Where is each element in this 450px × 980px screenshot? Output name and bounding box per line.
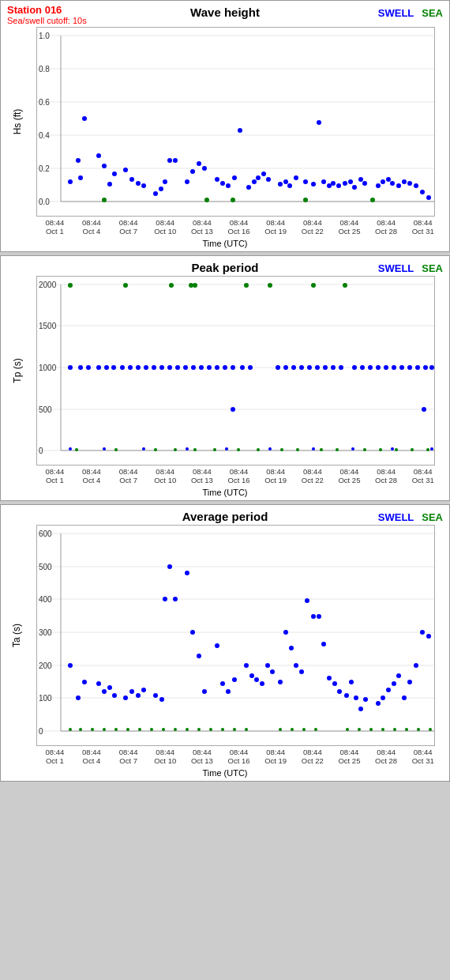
svg-point-164 bbox=[363, 448, 366, 451]
x-tick-9: 08:44Oct 28 bbox=[368, 218, 405, 236]
svg-point-89 bbox=[123, 283, 128, 288]
svg-point-160 bbox=[280, 448, 283, 451]
svg-point-227 bbox=[344, 693, 349, 698]
wave-height-svg: 1.0 0.8 0.6 0.4 0.2 0.0 bbox=[36, 27, 435, 217]
svg-point-52 bbox=[352, 185, 357, 190]
svg-point-252 bbox=[186, 728, 189, 731]
svg-point-111 bbox=[183, 365, 188, 370]
svg-point-203 bbox=[197, 654, 201, 658]
ap-x-tick-3: 08:44Oct 10 bbox=[147, 748, 184, 765]
avg-period-legend: SWELL SEA bbox=[378, 508, 443, 523]
svg-point-163 bbox=[336, 448, 339, 451]
svg-point-223 bbox=[321, 642, 326, 646]
svg-point-267 bbox=[405, 728, 408, 731]
svg-point-167 bbox=[411, 448, 414, 451]
legend-sea-2: SEA bbox=[422, 262, 443, 274]
svg-point-247 bbox=[126, 728, 129, 731]
svg-point-116 bbox=[223, 365, 227, 370]
x-tick-2: 08:44Oct 7 bbox=[110, 218, 147, 236]
svg-point-218 bbox=[294, 663, 298, 668]
svg-point-269 bbox=[429, 728, 432, 731]
x-tick-10: 08:44Oct 31 bbox=[404, 218, 441, 236]
svg-point-226 bbox=[337, 689, 342, 694]
svg-point-70 bbox=[336, 183, 341, 188]
x-tick-4: 08:44Oct 13 bbox=[184, 218, 221, 236]
svg-point-133 bbox=[384, 365, 388, 370]
svg-point-193 bbox=[129, 689, 134, 694]
svg-point-256 bbox=[233, 728, 236, 731]
svg-point-73 bbox=[231, 198, 235, 202]
svg-text:0.6: 0.6 bbox=[39, 98, 50, 107]
svg-point-253 bbox=[197, 728, 201, 731]
svg-point-140 bbox=[231, 407, 235, 412]
wave-height-legend: SWELL SEA bbox=[378, 4, 443, 19]
svg-point-156 bbox=[193, 448, 197, 451]
svg-point-147 bbox=[268, 447, 272, 450]
svg-point-69 bbox=[331, 181, 336, 186]
svg-point-195 bbox=[141, 688, 146, 692]
svg-point-31 bbox=[197, 161, 201, 166]
svg-point-95 bbox=[311, 283, 316, 288]
svg-point-22 bbox=[129, 177, 134, 182]
svg-point-41 bbox=[266, 177, 271, 182]
svg-point-206 bbox=[220, 681, 225, 686]
svg-point-109 bbox=[167, 365, 172, 370]
svg-point-129 bbox=[352, 365, 357, 370]
peak-period-svg: 2000 1500 1000 500 0 bbox=[36, 276, 435, 466]
legend-swell-2: SWELL bbox=[378, 262, 414, 274]
svg-point-254 bbox=[209, 728, 212, 731]
ap-x-tick-7: 08:44Oct 22 bbox=[294, 748, 331, 765]
svg-point-66 bbox=[173, 158, 178, 163]
svg-point-104 bbox=[128, 365, 133, 370]
station-info: Station 016 Sea/swell cutoff: 10s bbox=[7, 4, 87, 25]
svg-point-146 bbox=[225, 447, 228, 450]
legend-swell-1: SWELL bbox=[378, 7, 414, 19]
svg-point-150 bbox=[391, 447, 394, 450]
svg-point-50 bbox=[343, 181, 347, 186]
svg-point-238 bbox=[407, 680, 412, 684]
svg-text:1.0: 1.0 bbox=[39, 32, 50, 40]
svg-point-49 bbox=[327, 183, 332, 188]
svg-point-44 bbox=[287, 183, 292, 188]
svg-point-211 bbox=[254, 677, 259, 682]
pp-x-tick-9: 08:44Oct 28 bbox=[368, 467, 405, 484]
svg-point-194 bbox=[136, 693, 141, 698]
svg-point-39 bbox=[256, 175, 261, 180]
svg-point-185 bbox=[68, 663, 73, 668]
svg-text:0: 0 bbox=[39, 447, 43, 455]
svg-point-243 bbox=[79, 728, 82, 731]
svg-point-241 bbox=[426, 634, 431, 639]
svg-point-166 bbox=[395, 448, 398, 451]
svg-point-141 bbox=[422, 407, 426, 412]
x-tick-7: 08:44Oct 22 bbox=[294, 218, 331, 236]
svg-point-204 bbox=[202, 689, 207, 694]
svg-point-153 bbox=[114, 448, 118, 451]
svg-point-255 bbox=[221, 728, 224, 731]
svg-point-56 bbox=[381, 179, 385, 184]
svg-point-162 bbox=[320, 448, 323, 451]
avg-period-plot-area: Ta (s) 600 500 400 300 200 100 0 bbox=[36, 525, 441, 746]
svg-point-144 bbox=[142, 447, 145, 450]
legend-sea-3: SEA bbox=[422, 511, 443, 523]
svg-point-75 bbox=[370, 198, 375, 202]
pp-x-tick-0: 08:44Oct 1 bbox=[36, 467, 73, 484]
svg-point-154 bbox=[154, 448, 157, 451]
svg-point-139 bbox=[429, 365, 434, 370]
svg-point-215 bbox=[278, 680, 283, 684]
svg-point-28 bbox=[167, 158, 172, 163]
svg-point-159 bbox=[257, 448, 260, 451]
avg-period-title: Average period bbox=[182, 510, 268, 523]
x-tick-8: 08:44Oct 25 bbox=[331, 218, 368, 236]
svg-point-192 bbox=[123, 695, 128, 700]
svg-point-143 bbox=[103, 447, 106, 450]
avg-period-chart: Average period SWELL SEA Ta (s) 600 500 … bbox=[0, 504, 450, 782]
avg-period-x-title: Time (UTC) bbox=[1, 768, 449, 778]
svg-point-222 bbox=[317, 614, 321, 619]
ap-x-tick-2: 08:44Oct 7 bbox=[110, 748, 147, 765]
pp-x-tick-7: 08:44Oct 22 bbox=[294, 467, 331, 484]
avg-period-ylabel: Ta (s) bbox=[11, 624, 22, 647]
cutoff-info: Sea/swell cutoff: 10s bbox=[7, 16, 87, 25]
svg-point-242 bbox=[69, 728, 72, 731]
wave-height-ylabel: Hs (ft) bbox=[12, 109, 23, 135]
svg-point-65 bbox=[82, 116, 87, 121]
